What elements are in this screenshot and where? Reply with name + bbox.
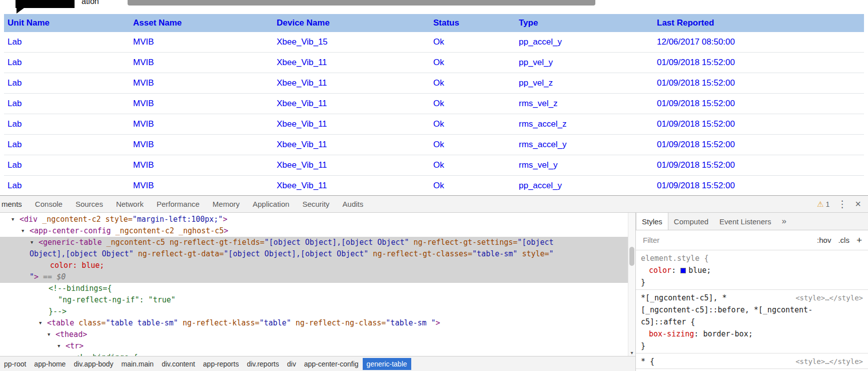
stylesheet-link[interactable]: <style>…</style> xyxy=(795,292,863,304)
new-style-rule-button[interactable]: + xyxy=(856,235,862,246)
style-property[interactable]: color: blue; xyxy=(641,264,863,276)
expand-arrow-icon[interactable]: ▼ xyxy=(48,329,50,340)
color-swatch-icon[interactable] xyxy=(680,268,686,273)
hov-toggle-button[interactable]: :hov xyxy=(817,236,831,244)
table-row[interactable]: LabMVIBXbee_Vib_11Okpp_accel_y01/09/2018… xyxy=(4,176,864,196)
column-header[interactable]: Last Reported xyxy=(653,14,864,32)
horizontal-scrollbar[interactable] xyxy=(128,0,595,6)
dom-tree-line[interactable]: ▼<generic-table _ngcontent-c5 ng-reflect… xyxy=(0,237,628,248)
styles-filter-input[interactable] xyxy=(642,235,810,245)
expand-arrow-icon[interactable]: ▼ xyxy=(31,237,33,248)
dom-tree-line[interactable]: }--> xyxy=(0,306,628,317)
devtools-tab-console[interactable]: Console xyxy=(29,196,69,212)
table-row[interactable]: LabMVIBXbee_Vib_11Okpp_vel_y01/09/2018 1… xyxy=(4,53,864,73)
table-cell: 12/06/2017 08:50:00 xyxy=(653,32,864,53)
devtools-tab-sources[interactable]: Sources xyxy=(69,196,110,212)
dom-tree-line[interactable]: color: blue; xyxy=(0,260,628,271)
dom-tree-line[interactable]: ▼<table class="table table-sm" ng-reflec… xyxy=(0,317,628,329)
more-tabs-icon[interactable]: » xyxy=(781,216,786,226)
table-cell: MVIB xyxy=(130,155,273,176)
devtools-menu-icon[interactable]: ⋮ xyxy=(837,198,847,210)
breadcrumb-item[interactable]: app-center-config xyxy=(300,358,363,370)
code-segment: "[object Object],[object Object" xyxy=(224,249,368,258)
devtools-tab-ments[interactable]: ments xyxy=(0,196,29,212)
asset-table-header-row: Unit NameAsset NameDevice NameStatusType… xyxy=(4,14,864,32)
rule-selector[interactable]: element.style { xyxy=(641,252,708,264)
table-cell: MVIB xyxy=(130,32,273,53)
table-cell: rms_accel_z xyxy=(515,114,653,135)
breadcrumb-item[interactable]: pp-root xyxy=(0,358,30,370)
breadcrumb-item[interactable]: app-reports xyxy=(199,358,243,370)
code-segment: _ngcontent-c5 ng-reflect-gt-fields= xyxy=(102,238,264,247)
column-header[interactable]: Status xyxy=(430,14,515,32)
sidebar-tab-computed[interactable]: Computed xyxy=(668,213,714,230)
dom-tree-line[interactable]: "ng-reflect-ng-if": "true" xyxy=(0,294,628,306)
table-cell: 01/09/2018 15:52:00 xyxy=(653,176,864,196)
devtools-tab-network[interactable]: Network xyxy=(110,196,150,212)
rule-selector-line: * {<style>…</style> xyxy=(641,355,863,367)
scrollbar-thumb[interactable] xyxy=(629,247,634,266)
table-row[interactable]: LabMVIBXbee_Vib_15Okpp_accel_y12/06/2017… xyxy=(4,32,864,53)
devtools-tab-memory[interactable]: Memory xyxy=(206,196,246,212)
table-row[interactable]: LabMVIBXbee_Vib_11Okrms_accel_y01/09/201… xyxy=(4,135,864,155)
table-cell: Ok xyxy=(430,114,515,135)
devtools-tab-application[interactable]: Application xyxy=(246,196,296,212)
dom-tree-line[interactable]: <!--bindings={ xyxy=(0,283,628,294)
expand-arrow-icon[interactable]: ▼ xyxy=(58,340,60,352)
table-row[interactable]: LabMVIBXbee_Vib_11Okpp_vel_z01/09/2018 1… xyxy=(4,73,864,94)
devtools-close-icon[interactable]: × xyxy=(855,198,861,210)
breadcrumb-item[interactable]: generic-table xyxy=(363,358,411,370)
code-segment: <app-center-config xyxy=(30,226,111,235)
elements-pane: ▼<div _ngcontent-c2 style="margin-left:1… xyxy=(0,213,635,371)
rule-selector[interactable]: * { xyxy=(641,355,654,367)
scrollbar-down-icon[interactable]: ▾ xyxy=(628,350,635,355)
dom-tree-line[interactable]: ▼<thead> xyxy=(0,329,628,340)
dom-tree-line[interactable]: ▼<div _ngcontent-c2 style="margin-left:1… xyxy=(0,214,628,225)
table-cell: 01/09/2018 15:52:00 xyxy=(653,53,864,73)
dom-tree-line[interactable]: "> == $0 xyxy=(0,271,628,283)
dom-tree-line[interactable]: ▼<tr> xyxy=(0,340,628,352)
devtools-tab-audits[interactable]: Audits xyxy=(336,196,370,212)
style-property[interactable]: box-sizing: border-box; xyxy=(641,328,863,340)
table-row[interactable]: LabMVIBXbee_Vib_11Okrms_accel_z01/09/201… xyxy=(4,114,864,135)
cls-toggle-button[interactable]: .cls xyxy=(838,236,849,244)
breadcrumb-item[interactable]: main.main xyxy=(118,358,158,370)
table-cell: Lab xyxy=(4,176,130,196)
code-segment: }--> xyxy=(49,307,67,316)
column-header[interactable]: Asset Name xyxy=(130,14,273,32)
expand-arrow-icon[interactable]: ▼ xyxy=(22,225,24,237)
breadcrumb-item[interactable]: div xyxy=(283,358,300,370)
code-segment: > xyxy=(224,226,228,235)
table-cell: MVIB xyxy=(130,73,273,94)
devtools-tab-performance[interactable]: Performance xyxy=(150,196,206,212)
property-name: color xyxy=(649,266,671,275)
breadcrumb-item[interactable]: div.reports xyxy=(243,358,283,370)
rule-selector[interactable]: *[_ngcontent-c5], * xyxy=(641,292,727,304)
column-header[interactable]: Unit Name xyxy=(4,14,130,32)
breadcrumb-item[interactable]: div.app-body xyxy=(70,358,117,370)
sidebar-tab-event-listeners[interactable]: Event Listeners xyxy=(714,213,776,230)
expand-arrow-icon[interactable]: ▼ xyxy=(12,214,14,225)
stylesheet-link[interactable]: <style>…</style> xyxy=(795,355,863,367)
column-header[interactable]: Device Name xyxy=(273,14,430,32)
table-row[interactable]: LabMVIBXbee_Vib_11Okrms_vel_y01/09/2018 … xyxy=(4,155,864,176)
sidebar-tab-styles[interactable]: Styles xyxy=(636,213,668,230)
dom-tree-line[interactable]: Object],[object Object" ng-reflect-gt-da… xyxy=(0,248,628,260)
table-row[interactable]: LabMVIBXbee_Vib_11Okrms_vel_z01/09/2018 … xyxy=(4,94,864,114)
breadcrumb-item[interactable]: div.content xyxy=(158,358,199,370)
column-header[interactable]: Type xyxy=(515,14,653,32)
table-cell: MVIB xyxy=(130,94,273,114)
console-warning-badge[interactable]: ⚠ 1 xyxy=(817,200,829,209)
style-rule: *[_ngcontent-c5], *<style>…</style>[_ngc… xyxy=(636,290,868,353)
table-cell: Lab xyxy=(4,114,130,135)
code-segment: "margin-left:100px;" xyxy=(133,215,223,224)
dom-tree-line[interactable]: ▼<app-center-config _ngcontent-c2 _nghos… xyxy=(0,225,628,237)
code-segment: "ng-reflect-ng-if": "true" xyxy=(58,295,176,304)
elements-scrollbar[interactable]: ▾ xyxy=(628,213,635,356)
breadcrumb-item[interactable]: app-home xyxy=(30,358,70,370)
asset-table: Unit NameAsset NameDevice NameStatusType… xyxy=(4,14,864,195)
expand-arrow-icon[interactable]: ▼ xyxy=(39,317,42,329)
devtools-tab-security[interactable]: Security xyxy=(296,196,336,212)
rule-selector-line: [_ngcontent-c5]::before, *[_ngcontent- xyxy=(641,304,863,316)
dom-tree-line[interactable]: <!--bindings={ xyxy=(0,352,628,356)
